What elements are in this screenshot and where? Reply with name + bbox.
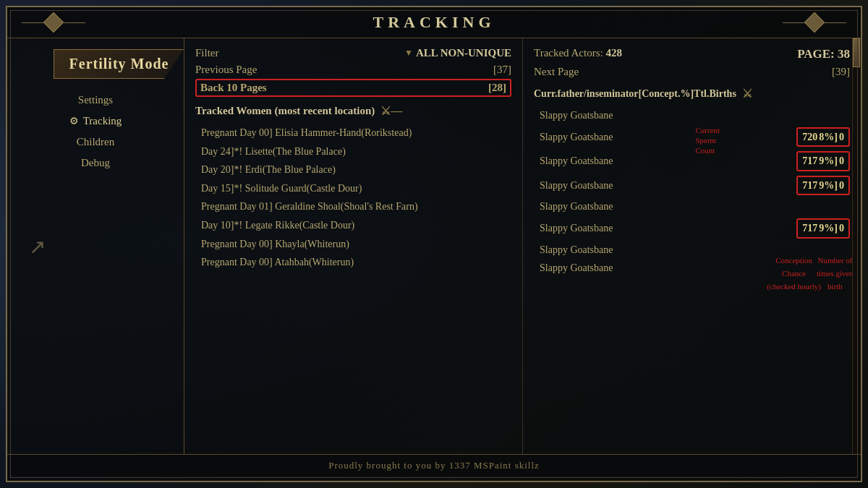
entry-name-4: Slappy Goatsbane — [540, 200, 850, 214]
list-item: Pregnant Day 01] Geraldine Shoal(Shoal's… — [195, 197, 511, 216]
right-section-header: Curr.father/inseminator[Concept.%]Ttl.Bi… — [534, 87, 850, 100]
back10-key: [28] — [488, 82, 506, 94]
right-list-item-2: Slappy Goatsbane 717 9%] 0 — [534, 149, 850, 174]
sidebar-item-debug[interactable]: Debug — [74, 155, 117, 171]
tracked-actors-value: 428 — [605, 47, 622, 59]
h-line-right2 — [825, 22, 846, 23]
stats-box-2: 717 9%] 0 — [796, 151, 850, 171]
sperm-3: 717 — [802, 179, 817, 193]
settings-label: Settings — [78, 94, 113, 106]
conception-text: ConceptionChance(checked hourly) — [767, 256, 821, 291]
sidebar-item-tracking[interactable]: ⚙ Tracking — [62, 113, 129, 129]
entry-name-5: Slappy Goatsbane — [540, 221, 796, 236]
stats-box-5: 717 9%] 0 — [796, 218, 850, 239]
prev-page-row: Previous Page [37] — [195, 64, 511, 76]
sperm-1: 720 — [802, 130, 817, 145]
footer-text: Proudly brought to you by 1337 MSPaint s… — [328, 460, 540, 471]
children-label: Children — [77, 136, 115, 148]
list-item: Pregnant Day 00] Elisia Hammer-Hand(Rori… — [195, 124, 511, 142]
sidebar-brand: Fertility Mode — [54, 49, 184, 79]
stats-box-1: 720 8%] 0 — [796, 127, 850, 147]
tracking-label: Tracking — [83, 115, 122, 127]
h-line-left — [22, 22, 43, 23]
page-value: PAGE: 38 — [797, 47, 850, 61]
right-list-item-3: Slappy Goatsbane 717 9%] 0 — [534, 174, 850, 198]
right-column: Tracked Actors: 428 PAGE: 38 Next Page [… — [523, 38, 861, 454]
main-panel: Filter ▼ ALL NON-UNIQUE Previous Page [3… — [184, 38, 861, 454]
right-entries-list: Slappy Goatsbane Slappy Goatsbane Curren… — [534, 106, 850, 278]
filter-row: Filter ▼ ALL NON-UNIQUE — [195, 47, 511, 59]
left-column: Filter ▼ ALL NON-UNIQUE Previous Page [3… — [184, 38, 523, 454]
right-next-page-key: [39] — [832, 66, 850, 78]
page-title: TRACKING — [373, 13, 495, 32]
right-next-page-row: Next Page [39] — [534, 66, 850, 78]
pct-2: 9%] — [819, 154, 838, 168]
tracked-actors-row: Tracked Actors: 428 — [534, 47, 622, 61]
right-next-page-label[interactable]: Next Page — [534, 66, 579, 78]
header-deco-right — [783, 15, 846, 30]
footer: Proudly brought to you by 1337 MSPaint s… — [7, 454, 861, 476]
filter-value-text[interactable]: ALL NON-UNIQUE — [416, 47, 511, 59]
filter-arrow-icon: ▼ — [404, 48, 413, 59]
pct-3: 9%] — [819, 179, 838, 193]
sidebar: Fertility Mode Settings ⚙ Tracking Child… — [7, 38, 184, 454]
pct-5: 9%] — [819, 221, 838, 236]
list-item: Day 24]*! Lisette(The Blue Palace) — [195, 142, 511, 161]
conception-annotation: ConceptionChance(checked hourly) — [767, 253, 821, 292]
filter-label: Filter — [195, 47, 219, 59]
sperm-5: 717 — [802, 221, 817, 236]
tracking-icon: ⚙ — [69, 115, 79, 127]
right-section-title: Curr.father/inseminator[Concept.%]Ttl.Bi… — [534, 88, 736, 100]
header: TRACKING — [7, 7, 861, 38]
women-list: Pregnant Day 00] Elisia Hammer-Hand(Rori… — [195, 124, 511, 272]
entry-name-0: Slappy Goatsbane — [540, 108, 850, 123]
sidebar-item-children[interactable]: Children — [69, 134, 122, 150]
h-line-right — [783, 22, 804, 23]
entry-name-2: Slappy Goatsbane — [540, 154, 796, 168]
tracked-women-title: Tracked Women (most recent location) — [195, 105, 375, 117]
content-area: Fertility Mode Settings ⚙ Tracking Child… — [7, 38, 861, 454]
entry-name-1: Slappy Goatsbane — [540, 130, 796, 145]
births-annotation: Number oftimes givenbirth — [817, 253, 854, 292]
back10-label[interactable]: Back 10 Pages — [200, 82, 267, 94]
section-icon: ⚔— — [380, 104, 402, 118]
entry-name-3: Slappy Goatsbane — [540, 179, 796, 193]
right-list-item-1: Slappy Goatsbane CurrentSpermCount 720 8… — [534, 125, 850, 150]
right-list-item-0: Slappy Goatsbane — [534, 106, 850, 125]
cursor-arrow-icon: ↗ — [29, 234, 46, 258]
list-item: Pregnant Day 00] Khayla(Whiterun) — [195, 235, 511, 254]
stats-box-3: 717 9%] 0 — [796, 176, 850, 196]
filter-value: ▼ ALL NON-UNIQUE — [404, 47, 511, 59]
stats-row: Tracked Actors: 428 PAGE: 38 — [534, 47, 850, 61]
prev-page-key: [37] — [493, 64, 511, 76]
right-section-icon: ⚔ — [742, 87, 752, 100]
main-frame: TRACKING Fertility Mode Settings ⚙ Track… — [6, 6, 862, 482]
h-line-left2 — [64, 22, 85, 23]
births-5: 0 — [839, 221, 844, 236]
sidebar-nav: Settings ⚙ Tracking Children Debug — [14, 92, 176, 171]
list-item: Day 20]*! Erdi(The Blue Palace) — [195, 160, 511, 179]
diamond-left — [43, 12, 64, 33]
sperm-2: 717 — [802, 154, 817, 168]
births-2: 0 — [839, 154, 844, 168]
diamond-right — [804, 12, 825, 33]
debug-label: Debug — [81, 157, 110, 169]
list-item: Day 10]*! Legate Rikke(Castle Dour) — [195, 216, 511, 235]
tracked-actors-label: Tracked Actors: — [534, 47, 603, 59]
scrollbar-track[interactable] — [852, 38, 861, 454]
back10-row: Back 10 Pages [28] — [195, 79, 511, 97]
prev-page-label[interactable]: Previous Page — [195, 64, 257, 76]
scrollbar-thumb[interactable] — [853, 38, 860, 67]
births-1: 0 — [839, 130, 844, 145]
tracked-women-header: Tracked Women (most recent location) ⚔— — [195, 104, 511, 118]
right-list-item-4: Slappy Goatsbane — [534, 197, 850, 216]
right-list-item-5: Slappy Goatsbane 717 9%] 0 — [534, 216, 850, 241]
births-3: 0 — [839, 179, 844, 193]
births-text: Number oftimes givenbirth — [817, 256, 854, 291]
header-deco-left — [22, 15, 85, 30]
list-item: Pregnant Day 00] Atahbah(Whiterun) — [195, 253, 511, 272]
list-item: Day 15]*! Solitude Guard(Castle Dour) — [195, 179, 511, 198]
sidebar-item-settings[interactable]: Settings — [71, 92, 120, 108]
pct-1: 8%] — [819, 130, 838, 145]
